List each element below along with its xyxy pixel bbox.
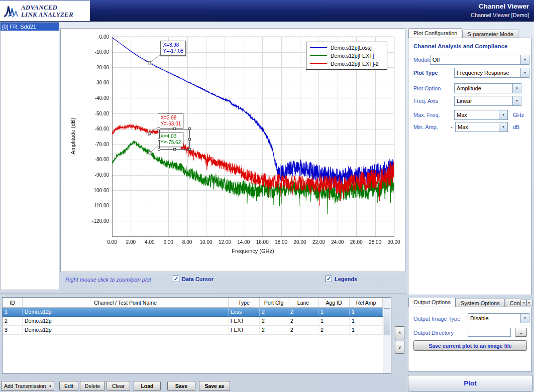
- channel-list[interactable]: [0] FR: Sdd21: [0, 22, 59, 290]
- selection-handle[interactable]: [173, 148, 176, 151]
- app-title-line1: ADVANCED: [21, 4, 73, 11]
- table-cell: Demo.s12p: [23, 317, 229, 325]
- data-cursor-tip[interactable]: X=3.98Y=-63.01: [158, 113, 183, 128]
- table-cell: 2: [318, 326, 350, 334]
- column-header[interactable]: Agg ID: [318, 298, 350, 307]
- column-header[interactable]: Rel Amp: [350, 298, 383, 307]
- table-cell: Demo.s12p: [23, 308, 229, 316]
- edit-button[interactable]: Edit: [59, 381, 78, 391]
- channel-viewer-app: ADVANCED LINK ANALYZER Channel Viewer Ch…: [0, 0, 534, 392]
- zoom-pan-hint: Right mouse click to zoom/pan plot: [65, 277, 151, 283]
- table-row[interactable]: 2Demo.s12pFEXT2211: [3, 317, 391, 326]
- logo-swoosh-icon: [3, 4, 19, 19]
- chevron-down-icon: ▾: [512, 96, 521, 105]
- plot-option-select[interactable]: Amplitude ▾: [454, 83, 521, 93]
- chevron-down-icon: ▾: [520, 314, 529, 323]
- plot-overlays: X=3.98Y=-17.08X=3.98Y=-63.01X=4.03Y=-75.…: [61, 29, 405, 272]
- config-tab[interactable]: Plot Configuration: [408, 28, 462, 38]
- freq-axis-label: Freq. Axis: [413, 98, 438, 104]
- table-cell: 3: [3, 326, 23, 334]
- config-tab[interactable]: S-parameter Mode: [462, 30, 518, 38]
- table-cell: 2: [260, 308, 288, 316]
- section-title: Channel Analysis and Compliance: [413, 43, 507, 49]
- plot-button[interactable]: Plot: [408, 375, 532, 391]
- table-row[interactable]: 1Demo.s12pLoss2211: [3, 308, 391, 317]
- table-body: 1Demo.s12pLoss22112Demo.s12pFEXT22113Dem…: [3, 308, 391, 335]
- output-tab[interactable]: Configura: [505, 299, 521, 307]
- save-plot-image-button[interactable]: Save current plot to an image file: [413, 340, 527, 351]
- save-as-button[interactable]: Save as: [199, 381, 230, 391]
- data-cursor-label: Data Cursor: [182, 276, 213, 282]
- save-button[interactable]: Save: [167, 381, 195, 391]
- plot-type-select[interactable]: Frequency Response ▾: [454, 68, 529, 78]
- max-freq-unit: GHz: [513, 112, 524, 118]
- tab-scroll-right-icon[interactable]: ►: [526, 300, 532, 306]
- legends-checkbox[interactable]: ✓: [326, 276, 332, 282]
- load-button[interactable]: Load: [134, 381, 161, 391]
- freq-axis-value: Linear: [455, 98, 512, 104]
- sidebar-item[interactable]: [0] FR: Sdd21: [1, 23, 59, 31]
- selection-handle[interactable]: [158, 148, 160, 151]
- title-bar: ADVANCED LINK ANALYZER Channel Viewer Ch…: [0, 0, 534, 22]
- output-options-panel: Output Image Type Disable ▾ Output Direc…: [408, 307, 531, 372]
- table-scrollbar-thumb[interactable]: [384, 308, 390, 335]
- window-title: Channel Viewer: [471, 3, 529, 10]
- output-tab[interactable]: System Options: [456, 299, 505, 307]
- cursor-x-value: X=3.98: [163, 42, 183, 48]
- window-titles: Channel Viewer Channel Viewer [Demo]: [471, 3, 529, 18]
- output-directory-input[interactable]: [468, 328, 511, 337]
- chevron-down-icon: ▾: [520, 55, 529, 64]
- output-tab[interactable]: Output Options: [408, 298, 456, 307]
- table-cell: Loss: [229, 308, 260, 316]
- chevron-down-icon: ▾: [49, 382, 51, 390]
- column-header[interactable]: Channel / Test Point Name: [23, 298, 229, 307]
- plot-panel: Amplitude (dB) Frequency (GHz) Demo.s12p…: [60, 28, 405, 272]
- table-row[interactable]: 3Demo.s12pFEXT2221: [3, 326, 391, 335]
- output-image-type-value: Disable: [468, 315, 520, 321]
- add-transmission-dropdown[interactable]: Add Transmission ▾: [1, 381, 54, 391]
- selection-handle[interactable]: [188, 138, 191, 141]
- add-transmission-label: Add Transmission: [4, 382, 46, 390]
- cursor-selection-box[interactable]: [159, 129, 190, 150]
- row-move-up-button[interactable]: ∧: [395, 326, 404, 339]
- browse-button[interactable]: ..: [515, 328, 527, 337]
- column-header[interactable]: Lane: [288, 298, 318, 307]
- module-label: Module: [413, 57, 432, 63]
- table-cell: FEXT: [229, 317, 260, 325]
- table-cell: Demo.s12p: [23, 326, 229, 334]
- table-scrollbar[interactable]: [383, 298, 391, 373]
- plot-option-label: Plot Option: [413, 85, 441, 91]
- column-header[interactable]: ID: [3, 298, 23, 307]
- min-amp-select[interactable]: Max ▾: [455, 122, 508, 132]
- tab-scroll-left-icon[interactable]: ◄: [520, 300, 526, 306]
- selection-handle[interactable]: [158, 138, 160, 141]
- selection-handle[interactable]: [188, 127, 191, 130]
- selection-handle[interactable]: [188, 148, 191, 151]
- cursor-y-value: Y=-17.08: [163, 48, 183, 54]
- table-cell: 2: [3, 317, 23, 325]
- chevron-down-icon: ▾: [512, 84, 521, 93]
- column-header[interactable]: Port Cfg: [260, 298, 288, 307]
- row-move-down-button[interactable]: ∨: [395, 341, 404, 354]
- max-freq-select[interactable]: Max ▾: [454, 110, 508, 120]
- data-cursor-checkbox[interactable]: ✓: [173, 276, 179, 282]
- table-cell: 1: [3, 308, 23, 316]
- data-cursor-tip[interactable]: X=3.98Y=-17.08: [160, 41, 186, 56]
- selection-handle[interactable]: [173, 127, 176, 130]
- selection-handle[interactable]: [158, 127, 160, 130]
- module-select[interactable]: Off ▾: [430, 55, 529, 65]
- app-logo-text: ADVANCED LINK ANALYZER: [21, 4, 73, 18]
- plot-type-label: Plot Type: [413, 70, 438, 76]
- section-divider: [0, 293, 406, 294]
- table-cell: 2: [288, 317, 318, 325]
- column-header[interactable]: Type: [229, 298, 260, 307]
- plot-configuration-panel: Channel Analysis and Compliance Module O…: [408, 38, 531, 295]
- channel-table: IDChannel / Test Point NameTypePort CfgL…: [2, 297, 391, 374]
- clear-button[interactable]: Clear: [106, 381, 130, 391]
- freq-axis-select[interactable]: Linear ▾: [454, 96, 521, 106]
- output-image-type-select[interactable]: Disable ▾: [468, 313, 529, 323]
- max-freq-value: Max: [455, 112, 499, 118]
- table-cell: 1: [318, 317, 350, 325]
- delete-button[interactable]: Delete: [80, 381, 105, 391]
- legends-label: Legends: [335, 276, 357, 282]
